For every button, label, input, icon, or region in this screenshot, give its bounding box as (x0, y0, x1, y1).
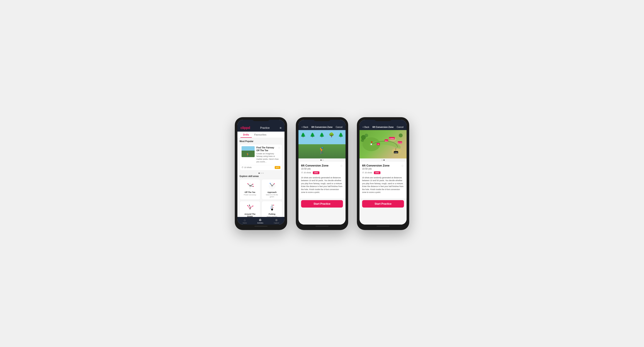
svg-point-5 (252, 184, 253, 185)
nav-home[interactable]: ⌂ Home (243, 218, 247, 224)
drill-meta: ⏱ 20 shots ARG (301, 171, 343, 174)
svg-point-6 (248, 183, 248, 184)
svg-point-23 (270, 206, 271, 207)
phone3-content: FAIRWAY ROUGH Hit Miss SAND 🏌️ (360, 130, 406, 225)
svg-point-14 (270, 183, 270, 184)
putting-name: Putting (264, 213, 280, 215)
back-button-3[interactable]: < Back (362, 126, 369, 128)
svg-text:SAND: SAND (394, 152, 398, 153)
featured-card-footer: ⏱ 10 shots OTT (240, 165, 282, 170)
drill-header-title: 6ft Conversion Zone (312, 126, 333, 128)
shots-info: ⏱ 10 shots (242, 166, 252, 168)
svg-line-11 (272, 184, 274, 186)
phone-3-screen: < Back 6ft Conversion Zone Cancel (360, 120, 406, 225)
shots-count: ⏱ 20 shots (301, 172, 311, 174)
tree-icon-4: 🌳 (329, 132, 334, 138)
cancel-button[interactable]: Cancel (336, 126, 342, 128)
featured-card-inner: Find The Fairway Off The Tee ☆ Create an… (240, 144, 282, 165)
svg-line-2 (250, 184, 253, 186)
skill-around-green[interactable]: Around The Green Hone your short game (240, 201, 260, 217)
slide-dot-2[interactable] (322, 160, 324, 161)
svg-point-7 (253, 186, 254, 187)
favourite-star-3[interactable]: ☆ (401, 164, 404, 167)
phone-notch (374, 117, 392, 121)
back-button[interactable]: < Back (302, 126, 308, 128)
clock-icon-2: ⏱ (301, 172, 303, 174)
off-tee-name: Off The Tee (242, 191, 258, 193)
dot-3[interactable] (262, 173, 264, 174)
featured-drill-subtitle: Off The Tee (256, 149, 274, 152)
hero-image-photo: 🌲 🌲 🌲 🌳 🌲 🏌️ (298, 130, 346, 158)
phone-3: < Back 6ft Conversion Zone Cancel (357, 117, 409, 230)
drill-description-3: 20 shots are randomly generated at dista… (362, 176, 404, 194)
favourite-star[interactable]: ☆ (340, 164, 343, 167)
skill-approach[interactable]: Approach Dial-in to hit the green (262, 179, 282, 200)
trees-row: 🌲 🌲 🌲 🌳 🌲 (298, 132, 346, 138)
home-bar-2 (316, 226, 328, 226)
nav-activities[interactable]: ♻ Activities (257, 218, 263, 224)
shots-label: 10 shots (244, 166, 252, 168)
approach-desc: Dial-in to hit the green (264, 194, 280, 198)
drill-range-3: 10-50 yds (362, 168, 390, 170)
tab-drills[interactable]: Drills (240, 132, 252, 138)
tree-icon-1: 🌲 (300, 132, 306, 138)
clock-icon: ⏱ (242, 166, 244, 168)
phone3-header: < Back 6ft Conversion Zone Cancel (360, 120, 406, 130)
menu-icon[interactable]: ≡ (280, 126, 282, 130)
tree-icon-5: 🌲 (338, 132, 344, 138)
arg-badge: ARG (313, 171, 320, 174)
svg-point-22 (273, 205, 274, 206)
svg-point-31 (361, 139, 364, 142)
capture-icon: ⊕ (275, 218, 278, 222)
slide-dot-3-2[interactable] (384, 160, 384, 161)
favourite-icon[interactable]: ☆ (278, 146, 280, 149)
featured-drill-card[interactable]: Find The Fairway Off The Tee ☆ Create an… (240, 144, 282, 170)
dot-2[interactable] (260, 173, 262, 174)
header-title: Practice (260, 126, 270, 129)
svg-text:🏌️: 🏌️ (394, 148, 398, 151)
home-bar (254, 226, 268, 226)
svg-point-16 (252, 206, 253, 206)
tree-icon-3: 🌲 (319, 132, 324, 138)
tabs-bar: Drills Favourites (238, 132, 284, 138)
slide-dot-1[interactable] (320, 160, 322, 161)
drill-description: 20 shots are randomly generated at dista… (301, 176, 343, 194)
start-practice-button[interactable]: Start Practice (301, 200, 343, 208)
phone-1: clippd Practice ≡ Drills Favourites Most… (235, 117, 287, 230)
arg-badge-3: ARG (374, 171, 380, 174)
featured-drill-text: Find The Fairway Off The Tee ☆ Create an… (256, 146, 280, 163)
carousel-dots (240, 171, 282, 175)
activities-icon: ♻ (259, 218, 262, 222)
off-tee-desc: Power accuracy (242, 194, 258, 196)
phone2-content: 🌲 🌲 🌲 🌳 🌲 🏌️ 6ft Conversion Zone 10-50 y… (298, 130, 346, 225)
dot-1[interactable] (258, 173, 260, 174)
golfer-figure: 🏌️ (318, 147, 326, 154)
cancel-button-3[interactable]: Cancel (397, 126, 404, 128)
svg-text:Miss: Miss (385, 140, 388, 141)
phone-1-screen: clippd Practice ≡ Drills Favourites Most… (238, 120, 284, 225)
skill-putting[interactable]: Putting Make and lag practice (262, 201, 282, 217)
slide-dot-3-1[interactable] (382, 160, 382, 161)
featured-drill-image (242, 146, 255, 157)
phone-2-screen: < Back 6ft Conversion Zone Cancel 🌲 🌲 🌲 … (298, 120, 346, 225)
course-map-svg: FAIRWAY ROUGH Hit Miss SAND 🏌️ (360, 130, 406, 158)
nav-activities-label: Activities (257, 222, 263, 224)
nav-capture[interactable]: ⊕ Capture (274, 218, 279, 224)
svg-point-30 (364, 134, 368, 137)
start-practice-button-3[interactable]: Start Practice (362, 200, 404, 208)
clock-icon-3: ⏱ (362, 172, 364, 174)
drill-meta-3: ⏱ 20 shots ARG (362, 171, 404, 174)
svg-line-3 (248, 184, 250, 186)
skill-off-the-tee[interactable]: Off The Tee Power accuracy (240, 179, 260, 200)
approach-icon (267, 182, 278, 190)
drill-title: 6ft Conversion Zone (301, 164, 328, 167)
hero-image-map: FAIRWAY ROUGH Hit Miss SAND 🏌️ (360, 130, 406, 158)
bottom-nav: ⌂ Home ♻ Activities ⊕ Capture (238, 217, 284, 225)
tab-favourites[interactable]: Favourites (252, 132, 269, 138)
slide-dots (298, 158, 346, 162)
golf-image (242, 146, 255, 157)
phone1-header: clippd Practice ≡ (238, 120, 284, 132)
slide-dots-3 (360, 158, 406, 162)
shots-label-2: 20 shots (304, 172, 311, 174)
featured-drill-title: Find The Fairway (256, 146, 274, 149)
